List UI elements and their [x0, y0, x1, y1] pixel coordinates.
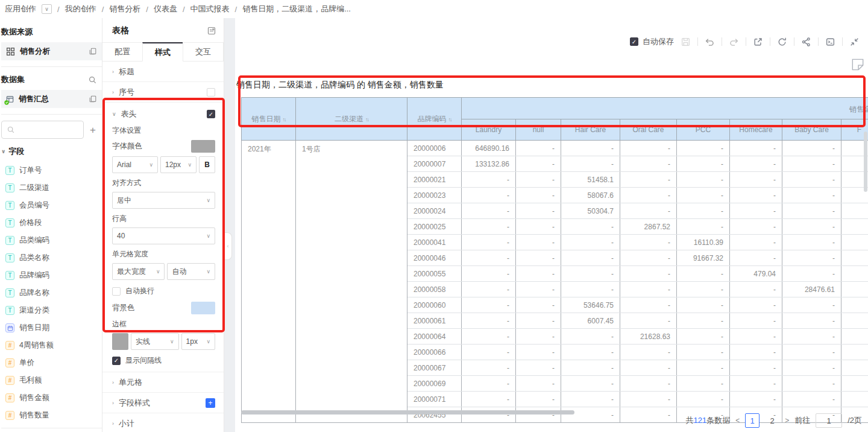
breadcrumb-item-app[interactable]: 应用创作 — [5, 4, 36, 14]
field-item[interactable]: # 4周销售额 — [1, 337, 102, 354]
sort-icon[interactable]: ↑↓ — [283, 116, 286, 122]
field-item[interactable]: # 销售金额 — [1, 389, 102, 407]
horizontal-scrollbar[interactable] — [241, 410, 574, 415]
font-size-select[interactable]: 12px∨ — [160, 156, 197, 173]
field-item[interactable]: # 单价 — [1, 354, 102, 372]
tab-interaction[interactable]: 交互 — [183, 42, 224, 62]
undo-icon[interactable] — [705, 37, 715, 47]
field-search-input[interactable] — [1, 121, 84, 139]
datasource-item[interactable]: 销售分析 — [1, 42, 102, 60]
table-subheader-cell[interactable]: Oral Care — [620, 119, 677, 141]
cell-value: - — [730, 235, 782, 250]
show-divider-checkbox[interactable]: ✓ — [112, 357, 121, 365]
field-item[interactable]: T 订单号 — [1, 162, 102, 179]
field-item[interactable]: # 毛利额 — [1, 372, 102, 389]
section-title[interactable]: › 标题 — [102, 62, 224, 82]
autosave-toggle[interactable]: ✓ 自动保存 — [630, 36, 674, 47]
cell-value: - — [462, 329, 516, 345]
breadcrumb-item-sales-analysis[interactable]: 销售分析 — [109, 4, 140, 14]
collapse-icon[interactable] — [849, 37, 860, 47]
cell-width-select[interactable]: 最大宽度∨ — [112, 263, 165, 280]
field-item[interactable]: T 渠道分类 — [1, 302, 102, 319]
field-item[interactable]: T 品牌名称 — [1, 284, 102, 302]
cell-value: 16110.39 — [677, 235, 730, 250]
section-cell[interactable]: › 单元格 — [102, 372, 224, 393]
collapse-panel-handle[interactable]: ‹ — [224, 232, 232, 260]
dataset-item[interactable]: 销售汇总 — [1, 90, 102, 108]
export-icon[interactable] — [753, 37, 763, 47]
search-icon[interactable] — [88, 75, 97, 84]
breadcrumb-item-dashboard[interactable]: 仪表盘 — [154, 4, 177, 14]
align-select[interactable]: 居中∨ — [112, 192, 215, 209]
table-subheader-cell[interactable]: PCC — [677, 119, 730, 141]
fields-header[interactable]: ∨ 字段 — [1, 146, 102, 157]
add-field-button[interactable]: + — [90, 125, 96, 135]
cell-value: 646890.16 — [462, 141, 516, 156]
font-family-select[interactable]: Arial∨ — [112, 156, 158, 173]
tab-config[interactable]: 配置 — [102, 42, 143, 62]
index-checkbox[interactable] — [207, 88, 215, 97]
prev-page-button[interactable]: < — [735, 416, 740, 425]
border-width-select[interactable]: 1px∨ — [181, 333, 215, 350]
word-wrap-checkbox[interactable] — [112, 287, 121, 296]
header-bg-swatch[interactable] — [191, 302, 215, 314]
page-button-1[interactable]: 1 — [745, 413, 760, 428]
field-label: 品牌编码 — [19, 270, 49, 281]
table-subheader-cell[interactable]: Baby Care — [782, 119, 841, 141]
autosave-checkbox[interactable]: ✓ — [630, 37, 638, 46]
dataset-header: 数据集 — [1, 73, 102, 90]
field-item[interactable]: T 会员编号 — [1, 197, 102, 214]
cell-value: - — [841, 313, 868, 329]
field-item[interactable]: # 销售数量 — [1, 407, 102, 424]
section-subtotal[interactable]: › 小计 — [102, 413, 224, 432]
table-subheader-cell[interactable]: Laundry — [462, 119, 516, 141]
section-index[interactable]: › 序号 — [102, 82, 224, 103]
table-header-channel[interactable]: 二级渠道↑↓ — [296, 98, 407, 141]
next-page-button[interactable]: > — [785, 416, 789, 425]
redo-icon[interactable] — [729, 37, 739, 47]
sidebar-group-metrics[interactable]: › 指标 — [1, 428, 102, 432]
breadcrumb-item-my-creations[interactable]: 我的创作 — [65, 4, 96, 14]
page-button-2[interactable]: 2 — [765, 413, 779, 428]
field-item[interactable]: T 品类编码 — [1, 232, 102, 249]
section-field-style[interactable]: › 字段样式 + — [102, 393, 224, 413]
field-item[interactable]: T 品牌编码 — [1, 267, 102, 284]
pagination: 共121条数据 < 1 2 > 前往 1 /2页 — [685, 413, 862, 428]
sort-icon[interactable]: ↑↓ — [448, 116, 451, 122]
corner-fold-icon[interactable] — [850, 57, 866, 72]
table-header-brand-code[interactable]: 品牌编码↑↓ — [407, 98, 462, 141]
cell-value: - — [677, 266, 730, 282]
table-subheader-cell[interactable]: Hair Care — [561, 119, 620, 141]
sort-icon[interactable]: ↑↓ — [365, 116, 368, 122]
field-item[interactable]: T 价格段 — [1, 214, 102, 232]
field-item[interactable]: T 二级渠道 — [1, 179, 102, 197]
breadcrumb-item-report[interactable]: 中国式报表 — [190, 4, 230, 14]
switch-datasource-icon[interactable] — [89, 47, 97, 56]
add-field-style-button[interactable]: + — [206, 398, 215, 408]
table-header-sale-date[interactable]: 销售日期↑↓ — [242, 98, 296, 141]
field-item[interactable]: 销售日期 — [1, 319, 102, 337]
border-color-swatch[interactable] — [112, 333, 128, 350]
cell-value: - — [561, 235, 620, 250]
table-subheader-cell[interactable]: null — [516, 119, 561, 141]
font-color-swatch[interactable] — [191, 140, 215, 153]
dimension-field-list: T 订单号 T 二级渠道 T 会员编号 T 价 — [1, 162, 102, 319]
goto-page-input[interactable]: 1 — [816, 413, 842, 428]
border-style-select[interactable]: 实线∨ — [131, 333, 179, 350]
share-icon[interactable] — [801, 37, 811, 47]
table-subheader-cell[interactable]: Homecare — [730, 119, 782, 141]
tab-style[interactable]: 样式 — [142, 42, 183, 62]
header-checkbox[interactable]: ✓ — [207, 110, 215, 118]
cell-width-mode-select[interactable]: 自动∨ — [167, 263, 215, 280]
chevron-down-icon[interactable]: ∨ — [42, 4, 52, 14]
terminal-icon[interactable] — [825, 37, 835, 47]
bold-button[interactable]: B — [199, 156, 215, 173]
vertical-scrollbar[interactable] — [864, 132, 867, 192]
cell-value: - — [620, 392, 677, 407]
refresh-icon[interactable] — [777, 37, 787, 47]
cell-value: - — [516, 156, 561, 172]
field-item[interactable]: T 品类名称 — [1, 249, 102, 267]
switch-dataset-icon[interactable] — [89, 95, 97, 103]
cell-value: - — [620, 407, 677, 423]
line-height-select[interactable]: 40∨ — [112, 227, 215, 244]
